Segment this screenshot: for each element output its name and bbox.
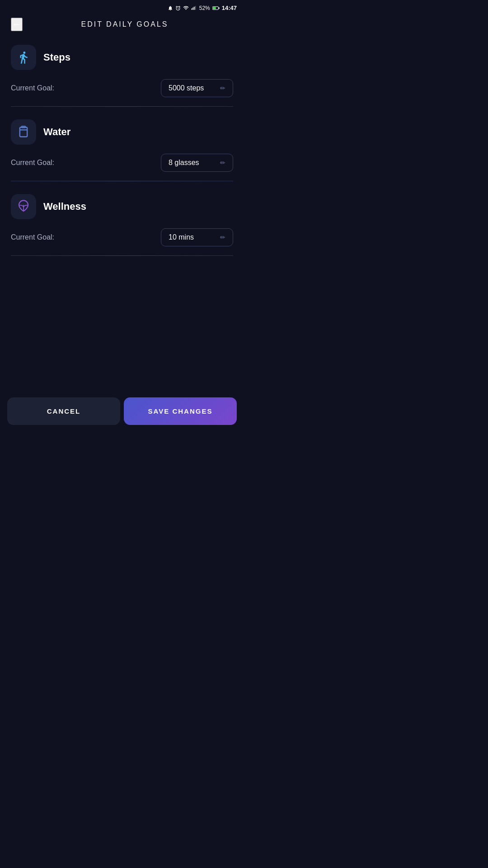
alarm-icon (175, 5, 181, 11)
battery-percent: 52% (199, 5, 210, 11)
battery-icon (212, 5, 220, 11)
steps-divider (11, 106, 233, 107)
wellness-section: Wellness Current Goal: 10 mins ✏ (11, 194, 233, 256)
wellness-header: Wellness (11, 194, 233, 219)
water-goal-value: 8 glasses (169, 159, 216, 167)
water-goal-label: Current Goal: (11, 159, 54, 167)
wellness-goal-value: 10 mins (169, 233, 216, 241)
wellness-goal-input[interactable]: 10 mins ✏ (161, 228, 233, 246)
water-icon (17, 126, 30, 138)
water-goal-row: Current Goal: 8 glasses ✏ (11, 154, 233, 172)
wellness-goal-row: Current Goal: 10 mins ✏ (11, 228, 233, 246)
steps-edit-icon: ✏ (220, 85, 225, 92)
water-divider (11, 181, 233, 181)
save-button[interactable]: SAVE CHANGES (124, 397, 237, 425)
steps-goal-label: Current Goal: (11, 84, 54, 92)
svg-rect-1 (192, 7, 193, 9)
steps-goal-input[interactable]: 5000 steps ✏ (161, 79, 233, 97)
steps-icon (17, 51, 30, 64)
svg-rect-7 (20, 127, 27, 137)
steps-goal-value: 5000 steps (169, 84, 216, 92)
status-icons: 52% 14:47 (168, 5, 237, 11)
wellness-icon (17, 200, 30, 213)
wellness-goal-label: Current Goal: (11, 233, 54, 241)
svg-rect-6 (213, 7, 216, 9)
status-bar: 52% 14:47 (0, 0, 244, 14)
steps-title: Steps (43, 52, 70, 63)
wellness-icon-circle (11, 194, 36, 219)
steps-icon-circle (11, 45, 36, 70)
wellness-divider (11, 255, 233, 256)
bottom-bar: CANCEL SAVE CHANGES (0, 392, 244, 434)
header: ← EDIT DAILY GOALS (0, 14, 244, 40)
water-header: Water (11, 119, 233, 145)
svg-rect-5 (219, 7, 220, 9)
water-title: Water (43, 126, 70, 138)
svg-rect-0 (191, 9, 192, 10)
svg-rect-2 (194, 7, 195, 10)
notification-icon (168, 5, 173, 11)
time-display: 14:47 (222, 5, 237, 11)
water-section: Water Current Goal: 8 glasses ✏ (11, 119, 233, 181)
content-area: Steps Current Goal: 5000 steps ✏ Water C… (0, 40, 244, 402)
steps-section: Steps Current Goal: 5000 steps ✏ (11, 45, 233, 107)
water-edit-icon: ✏ (220, 159, 225, 166)
back-button[interactable]: ← (11, 18, 23, 31)
page-title: EDIT DAILY GOALS (30, 20, 220, 28)
cancel-button[interactable]: CANCEL (7, 397, 120, 425)
svg-rect-3 (195, 6, 196, 10)
steps-goal-row: Current Goal: 5000 steps ✏ (11, 79, 233, 97)
steps-header: Steps (11, 45, 233, 70)
signal-icon (191, 5, 197, 11)
wifi-icon (183, 5, 189, 11)
wellness-title: Wellness (43, 201, 86, 212)
water-goal-input[interactable]: 8 glasses ✏ (161, 154, 233, 172)
water-icon-circle (11, 119, 36, 145)
wellness-edit-icon: ✏ (220, 234, 225, 241)
